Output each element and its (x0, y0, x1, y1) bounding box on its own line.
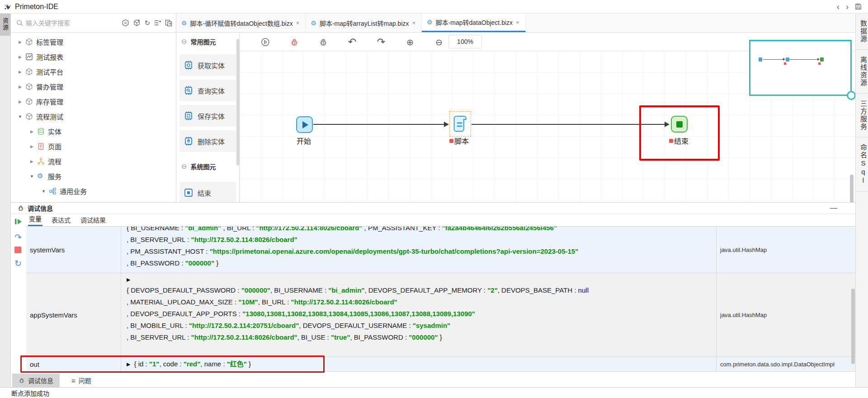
restart-icon[interactable]: ↻ (14, 259, 22, 268)
sidebar-item-tag-management[interactable]: ▶ 标签管理 (11, 34, 176, 49)
refresh-icon[interactable]: ↻ (144, 19, 150, 26)
editor-tab-map-arraylist[interactable]: ⚙ 脚本-map转arrayList转map.bizx × (306, 14, 422, 32)
nav-back-icon[interactable]: ‹ (837, 3, 840, 11)
debug-settings-bug-icon[interactable] (317, 36, 329, 48)
sidebar-item-process-test[interactable]: ▼ 流程测试 (11, 109, 176, 124)
sidebar-item-test-platform[interactable]: ▶ 测试平台 (11, 64, 176, 79)
collapse-arrow-icon[interactable]: ▼ (30, 174, 34, 179)
expand-arrow-icon[interactable]: ▶ (18, 40, 22, 44)
expand-arrow-icon[interactable]: ▶ (18, 55, 22, 59)
undo-icon[interactable]: ↶ (346, 36, 358, 48)
bottom-tab-debug-info[interactable]: 调试信息 (12, 374, 60, 387)
variable-type-cell: java.util.HashMap (717, 273, 855, 356)
module-cube-icon (25, 68, 33, 76)
minimap-resize-handle[interactable] (847, 91, 856, 100)
sidebar-item-inventory-management[interactable]: ▶ 库存管理 (11, 94, 176, 109)
editor-tab-bar: ⚙ 脚本-循环赋值转dataObject数组.bizx × ⚙ 脚本-map转a… (176, 14, 855, 32)
tab-close-icon[interactable]: × (516, 19, 519, 26)
breakpoint-badge (669, 139, 673, 143)
expand-arrow-icon[interactable]: ▶ (18, 85, 22, 89)
tab-close-icon[interactable]: × (296, 19, 300, 26)
minimap-connector (763, 59, 785, 60)
collapse-group-icon[interactable]: ⊖ (181, 162, 187, 171)
variables-table: systemVars { BI_USERNAME : "bi_admin" , … (26, 226, 855, 372)
collapse-arrow-icon[interactable]: ▼ (18, 114, 22, 119)
expand-arrow-icon[interactable]: ▶ (18, 100, 22, 104)
right-strip-datasource[interactable]: 数据源 (856, 14, 868, 50)
expand-value-icon[interactable]: ▶ (127, 277, 130, 282)
sidebar-item-page[interactable]: ▶ 页面 (11, 139, 176, 154)
palette-item-query-entity[interactable]: 查询实体 (179, 80, 236, 101)
sidebar-item-general-business[interactable]: ▼ 通用业务 (11, 184, 176, 199)
sidebar-item-supervision-management[interactable]: ▶ 督办管理 (11, 79, 176, 94)
palette-item-delete-entity[interactable]: 删除实体 (179, 130, 236, 152)
debug-bug-icon (19, 377, 25, 384)
palette-item-get-entity[interactable]: 获取实体 (179, 54, 236, 76)
sidebar-item-entity[interactable]: ▶ 实体 (11, 124, 176, 139)
table-row-appsystemvars[interactable]: appSystemVars ▶ { DEVOPS_DEFAULT_PASSWOR… (26, 273, 855, 357)
palette-item-save-entity[interactable]: 保存实体 (179, 105, 236, 127)
editor-tab-loop-dataobject[interactable]: ⚙ 脚本-循环赋值转dataObject数组.bizx × (176, 14, 306, 32)
expand-arrow-icon[interactable]: ▶ (30, 144, 34, 149)
debug-tab-results[interactable]: 调试结果 (80, 213, 107, 226)
sidebar-item-process[interactable]: ▶ 流程 (11, 154, 176, 169)
run-debug-icon[interactable] (259, 36, 271, 48)
debug-tab-expressions[interactable]: 表达式 (51, 213, 71, 226)
table-row-out[interactable]: out ▶ { id : "1", code : "red", name : "… (26, 357, 855, 372)
variable-name-cell: systemVars (26, 227, 121, 273)
tab-close-icon[interactable]: × (412, 19, 416, 26)
table-vertical-scrollbar[interactable] (851, 289, 855, 364)
search-input[interactable] (26, 19, 122, 27)
editor-tab-map-dataobject[interactable]: ⚙ 脚本-map转dataObject.bizx × (422, 14, 526, 32)
collapse-group-icon[interactable]: ⊖ (181, 38, 187, 46)
flow-connector (313, 124, 448, 125)
expand-value-icon[interactable]: ▶ (127, 361, 130, 367)
zoom-in-icon[interactable]: ⊕ (404, 36, 416, 48)
sidebar-item-test-report[interactable]: ▶ 测试报表 (11, 49, 176, 64)
resume-icon[interactable]: ↷ (14, 233, 22, 242)
palette-scrollbar[interactable] (236, 39, 239, 166)
flow-node-script[interactable] (449, 111, 471, 137)
palette-group-system[interactable]: ⊖ 系统图元 (179, 157, 237, 175)
expand-arrow-icon[interactable]: ▶ (30, 129, 34, 134)
palette-group-common[interactable]: ⊖ 常用图元 (179, 33, 237, 51)
zoom-level-value: 100% (457, 38, 473, 45)
sort-list-icon[interactable] (154, 19, 161, 26)
editor-tab-label: 脚本-map转arrayList转map.bizx (320, 19, 409, 28)
right-strip-third-party-service[interactable]: 三方服务 (856, 94, 868, 137)
redo-icon[interactable]: ↷ (375, 36, 387, 48)
expand-arrow-icon[interactable]: ▶ (30, 159, 34, 164)
bizx-file-icon: ⚙ (311, 19, 316, 27)
minimap-connector (789, 59, 819, 60)
locate-file-icon[interactable] (165, 19, 172, 27)
canvas-vertical-scrollbar[interactable] (850, 175, 854, 202)
zoom-out-icon[interactable]: ⊖ (433, 36, 445, 48)
step-over-icon[interactable] (14, 218, 23, 227)
collapse-arrow-icon[interactable]: ▼ (42, 189, 46, 194)
resource-strip-tab[interactable]: 资源 (0, 14, 10, 36)
zoom-level-select[interactable]: 100% (448, 35, 482, 48)
right-strip-named-sql[interactable]: 命名Sql (856, 137, 868, 192)
debug-tab-variables[interactable]: 变量 (28, 212, 42, 226)
stop-debug-icon[interactable] (14, 246, 21, 253)
ai-assistant-icon[interactable]: AI (122, 19, 129, 27)
minimize-panel-icon[interactable]: — (830, 204, 855, 212)
breakpoint-bug-icon[interactable] (288, 36, 300, 48)
new-module-icon[interactable] (133, 19, 141, 27)
expand-arrow-icon[interactable]: ▶ (18, 70, 22, 74)
nav-forward-icon[interactable]: › (846, 3, 849, 11)
module-cube-icon (25, 83, 33, 90)
flow-connector (472, 124, 669, 125)
palette-item-end[interactable]: 结束 (179, 182, 236, 202)
table-row-systemvars[interactable]: systemVars { BI_USERNAME : "bi_admin" , … (26, 227, 855, 273)
sidebar-item-service[interactable]: ▼ ⚙ 服务 (11, 169, 176, 184)
flow-node-start[interactable] (296, 116, 313, 133)
flow-node-end[interactable] (671, 116, 688, 133)
right-strip-offline-resource[interactable]: 离线资源 (856, 50, 868, 94)
save-icon[interactable] (855, 3, 862, 10)
minimap[interactable] (749, 40, 852, 96)
bottom-tab-problems[interactable]: ≡ 问题 (65, 374, 98, 387)
tree-item-label: 流程测试 (36, 112, 63, 121)
palette-item-label: 结束 (198, 188, 211, 198)
debug-tabs: 变量 表达式 调试结果 (26, 214, 855, 226)
